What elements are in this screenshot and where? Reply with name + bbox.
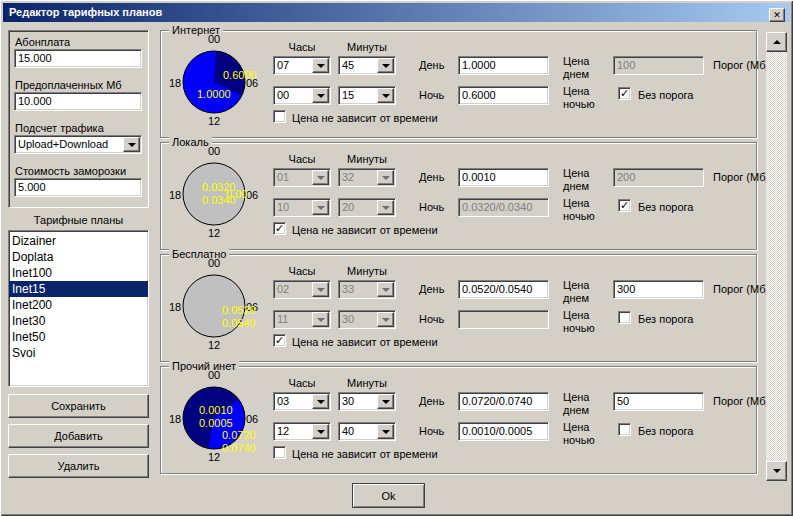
prepaid-mb-label: Предоплаченных Мб <box>15 79 122 91</box>
night-hour-combo[interactable]: 00 <box>273 86 331 105</box>
threshold-label: Порог (Мб) <box>713 59 769 71</box>
plan-item[interactable]: Inet30 <box>9 313 148 329</box>
day-price-input[interactable]: 1.0000 <box>458 56 549 75</box>
night-minute-combo[interactable]: 15 <box>338 86 396 105</box>
dropdown-button[interactable] <box>312 312 329 327</box>
day-minute-value: 32 <box>342 171 354 183</box>
chevron-down-icon <box>382 176 390 184</box>
dropdown-button[interactable] <box>312 282 329 297</box>
day-label: День <box>419 283 444 295</box>
night-price-input[interactable]: 0.6000 <box>458 86 549 105</box>
chevron-down-icon <box>382 288 390 296</box>
plan-item[interactable]: Svoi <box>9 345 148 361</box>
night-hour-combo[interactable]: 12 <box>273 422 331 441</box>
scrollbar-track[interactable] <box>766 52 787 461</box>
plan-item[interactable]: Inet50 <box>9 329 148 345</box>
night-minute-combo: 20 <box>338 198 396 217</box>
night-price-input <box>458 310 549 329</box>
dropdown-button[interactable] <box>377 394 394 409</box>
time-pie-chart: 00 18 06 12 0.03200.03400.00 <box>161 143 273 251</box>
delete-button[interactable]: Удалить <box>8 454 149 478</box>
plan-item[interactable]: Inet15 <box>9 281 148 297</box>
no-threshold-checkbox[interactable] <box>618 423 631 436</box>
dropdown-button[interactable] <box>377 58 394 73</box>
day-label: День <box>419 171 444 183</box>
night-minute-combo: 30 <box>338 310 396 329</box>
plan-item[interactable]: Dizainer <box>9 233 148 249</box>
time-independent-label: Цена не зависит от времени <box>292 224 438 236</box>
tariff-zone-group: Прочий инет 00 18 06 12 0.00100.00050.07… <box>160 366 757 474</box>
time-independent-checkbox[interactable] <box>273 446 286 459</box>
dropdown-button[interactable] <box>377 200 394 215</box>
time-pie-chart: 00 18 06 12 0.00100.00050.07200.0740 <box>161 367 273 475</box>
night-label: Ночь <box>419 201 444 213</box>
day-hour-value: 02 <box>277 283 289 295</box>
pie-price-label: 0.0740 <box>222 442 256 454</box>
plan-item[interactable]: Inet200 <box>9 297 148 313</box>
day-hour-value: 01 <box>277 171 289 183</box>
freeze-cost-input[interactable]: 5.000 <box>14 178 142 197</box>
day-price-input[interactable]: 0.0520/0.0540 <box>458 280 549 299</box>
threshold-input[interactable]: 300 <box>613 280 704 299</box>
title-bar[interactable]: Редактор тарифных планов ✕ <box>3 3 790 22</box>
prepaid-mb-input[interactable]: 10.000 <box>14 92 142 111</box>
dropdown-button[interactable] <box>377 424 394 439</box>
no-threshold-checkbox[interactable] <box>618 311 631 324</box>
vertical-scrollbar[interactable] <box>766 32 787 481</box>
no-threshold-checkbox[interactable] <box>618 199 631 212</box>
chevron-down-icon <box>382 206 390 214</box>
night-hour-value: 11 <box>277 313 288 325</box>
scroll-down-button[interactable] <box>766 461 787 481</box>
chevron-down-icon <box>317 206 325 214</box>
pie-price-label: 0.0540 <box>222 317 256 329</box>
night-minute-combo[interactable]: 40 <box>338 422 396 441</box>
dropdown-button[interactable] <box>312 424 329 439</box>
dropdown-button[interactable] <box>123 137 140 152</box>
dropdown-button[interactable] <box>312 200 329 215</box>
dropdown-button[interactable] <box>312 88 329 103</box>
night-hour-value: 00 <box>277 89 289 101</box>
chevron-down-icon <box>128 143 136 151</box>
price-day-label: Цена днем <box>563 55 589 81</box>
no-threshold-checkbox[interactable] <box>618 87 631 100</box>
dropdown-button[interactable] <box>377 170 394 185</box>
day-minute-combo[interactable]: 45 <box>338 56 396 75</box>
night-minute-value: 20 <box>342 201 354 213</box>
time-independent-checkbox[interactable] <box>273 110 286 123</box>
plan-list[interactable]: Dizainer Doplata Inet100 Inet15 Inet200 … <box>8 230 149 387</box>
plan-item[interactable]: Doplata <box>9 249 148 265</box>
day-minute-value: 45 <box>342 59 354 71</box>
ok-button[interactable]: Ok <box>352 483 425 508</box>
no-threshold-label: Без порога <box>638 89 693 101</box>
chevron-down-icon <box>317 176 325 184</box>
dropdown-button[interactable] <box>312 58 329 73</box>
add-button[interactable]: Добавить <box>8 424 149 448</box>
dropdown-button[interactable] <box>377 312 394 327</box>
time-independent-checkbox[interactable] <box>273 334 286 347</box>
dropdown-button[interactable] <box>377 282 394 297</box>
chevron-down-icon <box>382 430 390 438</box>
day-price-input[interactable]: 0.0720/0.0740 <box>458 392 549 411</box>
threshold-input[interactable]: 50 <box>613 392 704 411</box>
threshold-label: Порог (Мб) <box>713 171 769 183</box>
plan-item[interactable]: Inet100 <box>9 265 148 281</box>
scroll-up-button[interactable] <box>766 32 787 52</box>
day-hour-combo[interactable]: 07 <box>273 56 331 75</box>
close-button[interactable]: ✕ <box>769 8 785 22</box>
dropdown-button[interactable] <box>377 88 394 103</box>
abonplata-input[interactable]: 15.000 <box>14 49 142 68</box>
plans-list-label: Тарифные планы <box>8 214 149 226</box>
time-independent-checkbox[interactable] <box>273 222 286 235</box>
day-price-input[interactable]: 0.0010 <box>458 168 549 187</box>
night-hour-value: 12 <box>277 425 289 437</box>
dropdown-button[interactable] <box>312 394 329 409</box>
day-night-pie <box>174 42 254 122</box>
hours-header: Часы <box>273 153 331 165</box>
day-hour-combo[interactable]: 03 <box>273 392 331 411</box>
night-price-input[interactable]: 0.0010/0.0005 <box>458 422 549 441</box>
day-minute-combo[interactable]: 30 <box>338 392 396 411</box>
price-night-label: Цена ночью <box>563 421 595 447</box>
save-button[interactable]: Сохранить <box>8 394 149 418</box>
dropdown-button[interactable] <box>312 170 329 185</box>
traffic-count-combo[interactable]: Upload+Download <box>14 135 142 154</box>
